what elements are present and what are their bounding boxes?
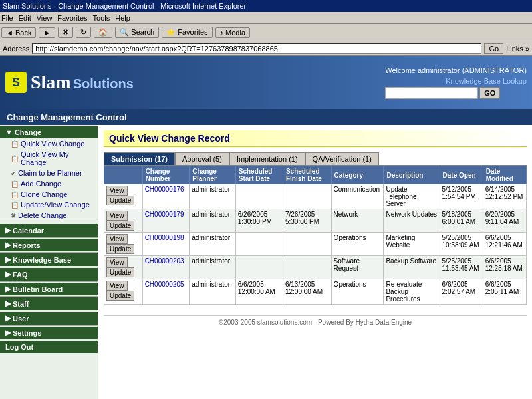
sidebar-item-quick-view-change[interactable]: 📋 Quick View Change <box>0 138 98 149</box>
forward-button[interactable]: ► <box>39 27 55 38</box>
address-bar: Address Go Links » <box>0 41 532 56</box>
cell-category: Communication <box>331 184 384 209</box>
search-button[interactable]: 🔍 Search <box>115 27 159 38</box>
sidebar-header-faq[interactable]: ▶ FAQ <box>0 268 98 281</box>
update-button[interactable]: Update <box>106 244 134 254</box>
kb-search-input[interactable] <box>385 87 478 99</box>
home-button[interactable]: 🏠 <box>94 27 112 38</box>
go-button[interactable]: Go <box>484 43 503 54</box>
cell-planner: administrator <box>190 184 236 209</box>
tab-qa[interactable]: QA/Verification (1) <box>305 152 379 165</box>
cell-sched-start: 6/6/2005 12:00:00 AM <box>235 279 283 305</box>
view-button[interactable]: View <box>106 257 128 267</box>
update-button[interactable]: Update <box>106 291 134 301</box>
calendar-section-icon: ▶ <box>5 226 11 235</box>
table-row: View Update CH00000176 administrator Com… <box>104 184 527 209</box>
cell-planner: administrator <box>190 279 236 305</box>
add-change-icon: 📋 <box>11 180 19 188</box>
cell-sched-finish <box>283 184 331 209</box>
update-button[interactable]: Update <box>106 267 134 277</box>
sidebar-header-logout[interactable]: Log Out <box>0 341 98 353</box>
cell-date-open: 5/12/2005 1:54:54 PM <box>440 184 483 209</box>
view-button[interactable]: View <box>106 281 128 291</box>
page-footer: ©2003-2005 slamsolutions.com - Powered B… <box>104 315 527 329</box>
sidebar-header-user[interactable]: ▶ User <box>0 312 98 325</box>
bulletin-section-label: Bulletin Board <box>13 285 63 293</box>
quick-view-change-icon: 📋 <box>11 140 19 148</box>
menu-file[interactable]: File <box>1 14 13 22</box>
view-button[interactable]: View <box>106 234 128 244</box>
tab-implementation[interactable]: Implementation (1) <box>229 152 305 165</box>
logout-section-label: Log Out <box>5 343 33 351</box>
menu-favorites[interactable]: Favorites <box>57 14 87 22</box>
cell-sched-start <box>235 233 283 256</box>
kb-go-button[interactable]: GO <box>479 87 500 99</box>
view-button[interactable]: View <box>106 211 128 221</box>
cell-category: Software Request <box>331 256 384 279</box>
delete-change-icon: ✖ <box>11 212 16 219</box>
sidebar-item-delete-change[interactable]: ✖ Delete Change <box>0 210 98 221</box>
row-actions: View Update <box>104 256 143 279</box>
tabs-bar: Submission (17) Approval (5) Implementat… <box>104 152 527 166</box>
cell-date-modified: 6/6/2005 2:05:11 AM <box>483 279 526 305</box>
cell-description: Marketing Website <box>384 233 440 256</box>
back-button[interactable]: ◄ Back <box>1 27 36 38</box>
settings-section-label: Settings <box>13 329 41 337</box>
cell-sched-finish: 7/26/2005 5:30:00 PM <box>283 209 331 233</box>
menu-tools[interactable]: Tools <box>93 14 110 22</box>
favorites-button[interactable]: ⭐ Favorites <box>162 27 212 38</box>
kb-input-area: GO <box>385 87 527 99</box>
stop-button[interactable]: ✖ <box>58 27 73 38</box>
calendar-section-label: Calendar <box>13 227 44 235</box>
cell-date-modified: 6/20/2005 9:11:04 AM <box>483 209 526 233</box>
col-date-open: Date Open <box>440 166 483 184</box>
sidebar-header-kb[interactable]: ▶ Knowledge Base <box>0 253 98 266</box>
menu-help[interactable]: Help <box>115 14 130 22</box>
update-button[interactable]: Update <box>106 221 134 231</box>
logo-area: S Slam Solutions <box>5 72 134 93</box>
menu-view[interactable]: View <box>37 14 53 22</box>
browser-title-text: Slam Solutions - Change Management Contr… <box>3 2 246 10</box>
update-button[interactable]: Update <box>106 196 134 205</box>
sidebar-header-settings[interactable]: ▶ Settings <box>0 327 98 339</box>
sidebar-header-change[interactable]: ▼ Change <box>0 126 98 138</box>
table-row: View Update CH00000203 administrator Sof… <box>104 256 527 279</box>
refresh-button[interactable]: ↻ <box>76 27 91 38</box>
col-date-modified: Date Modified <box>483 166 526 184</box>
cell-date-modified: 6/6/2005 12:25:18 AM <box>483 256 526 279</box>
quick-view-my-change-label: Quick View My Change <box>21 150 94 166</box>
sidebar-divider-1 <box>0 223 98 223</box>
menu-edit[interactable]: Edit <box>19 14 31 22</box>
cell-category: Operations <box>331 279 384 305</box>
sidebar-header-reports[interactable]: ▶ Reports <box>0 239 98 251</box>
col-category: Category <box>331 166 384 184</box>
col-actions <box>104 166 143 184</box>
top-bar: S Slam Solutions Welcome administrator (… <box>0 56 532 109</box>
sidebar-item-claim-planner[interactable]: ✔ Claim to be Planner <box>0 168 98 178</box>
sidebar-item-clone-change[interactable]: 📋 Clone Change <box>0 189 98 200</box>
logo-text: Slam Solutions <box>31 72 134 93</box>
table-row: View Update CH00000205 administrator 6/6… <box>104 279 527 305</box>
sidebar-header-calendar[interactable]: ▶ Calendar <box>0 224 98 237</box>
sidebar-item-quick-view-my-change[interactable]: 📋 Quick View My Change <box>0 149 98 168</box>
media-button[interactable]: ♪ Media <box>215 27 251 38</box>
reports-section-icon: ▶ <box>5 241 11 249</box>
cell-description: Update Telephone Server <box>384 184 440 209</box>
sidebar-header-bulletin[interactable]: ▶ Bulletin Board <box>0 283 98 295</box>
top-right: Welcome administrator (ADMINISTRATOR) Kn… <box>385 66 527 99</box>
user-section-label: User <box>13 315 29 323</box>
sidebar-header-staff[interactable]: ▶ Staff <box>0 297 98 310</box>
update-view-change-label: Update/View Change <box>21 201 90 209</box>
sidebar-item-add-change[interactable]: 📋 Add Change <box>0 178 98 189</box>
sidebar-item-update-view-change[interactable]: 📋 Update/View Change <box>0 200 98 210</box>
cell-planner: administrator <box>190 256 236 279</box>
tab-submission[interactable]: Submission (17) <box>104 152 175 165</box>
logo-icon: S <box>5 72 27 93</box>
view-button[interactable]: View <box>106 186 128 196</box>
cell-sched-start <box>235 256 283 279</box>
tab-approval[interactable]: Approval (5) <box>175 152 229 165</box>
col-change-planner: Change Planner <box>190 166 236 184</box>
table-row: View Update CH00000179 administrator 6/2… <box>104 209 527 233</box>
cell-description: Re-evaluate Backup Procedures <box>384 279 440 305</box>
address-input[interactable] <box>32 43 481 54</box>
